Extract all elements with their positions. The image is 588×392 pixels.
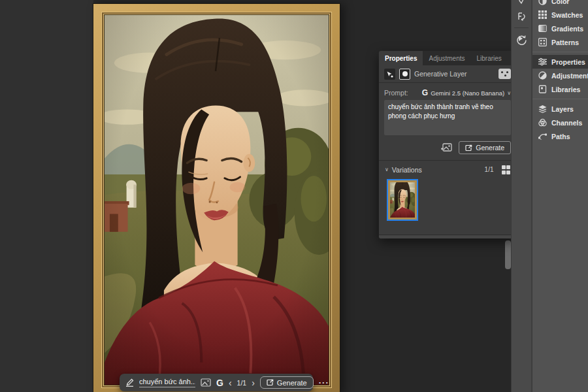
model-selector[interactable]: G Gemini 2.5 (Nano Banana) ∨ [422, 88, 511, 97]
variations-dice-icon[interactable] [498, 69, 511, 79]
dock-item-channels[interactable]: Channels [532, 116, 588, 129]
dock-item-gradients[interactable]: Gradients [532, 22, 588, 35]
taskbar-reference-image-icon[interactable] [201, 378, 211, 387]
generative-layer-label: Generative Layer [414, 70, 467, 78]
properties-icon [538, 57, 547, 66]
google-g-icon: G [422, 88, 428, 97]
variations-label: Variations [392, 166, 422, 174]
dock-item-layers[interactable]: Layers [532, 102, 588, 116]
taskbar-generate-icon [267, 379, 274, 386]
tab-properties[interactable]: Properties [379, 51, 423, 65]
previous-variation-icon[interactable]: ‹ [229, 378, 232, 387]
portrait-painting [105, 15, 329, 385]
variations-count: 1/1 [485, 166, 494, 173]
tab-adjustments[interactable]: Adjustments [423, 51, 470, 65]
swatches-icon [538, 10, 547, 19]
strip-divider [514, 27, 529, 28]
canvas-pasteboard-left [0, 0, 93, 392]
paths-icon [538, 132, 547, 140]
generative-layer-row: Generative Layer [379, 65, 516, 83]
canvas-vertical-scrollbar[interactable] [505, 240, 511, 269]
properties-panel: Properties Adjustments Libraries » ≡ Gen… [379, 51, 516, 238]
layer-mask-icon[interactable] [399, 69, 410, 80]
snapshot-panel-icon[interactable] [515, 10, 527, 22]
dock-item-swatches[interactable]: Swatches [532, 8, 588, 22]
collapsed-panels-strip [511, 0, 532, 392]
libraries-icon [538, 85, 547, 93]
grid-view-icon[interactable] [502, 165, 511, 174]
variation-thumbnail-selected[interactable] [387, 179, 418, 221]
dock-item-libraries[interactable]: Libraries [532, 82, 588, 96]
dock-item-patterns[interactable]: Patterns [532, 35, 588, 49]
taskbar-google-g-icon: G [216, 378, 223, 388]
prompt-edit-icon [125, 378, 134, 387]
reference-image-icon[interactable] [441, 143, 452, 152]
model-name: Gemini 2.5 (Nano Banana) [431, 90, 504, 97]
gradients-icon [538, 24, 547, 33]
layers-icon [538, 105, 547, 113]
panel-dock: Color Swatches Gradients Patterns Proper… [532, 0, 588, 392]
dock-divider [532, 99, 588, 99]
dock-item-adjustments[interactable]: Adjustments [532, 69, 588, 82]
more-options-icon[interactable]: ··· [319, 378, 329, 387]
picture-frame [101, 12, 332, 388]
dock-item-color[interactable]: Color [532, 0, 588, 8]
variation-thumbnail-art [390, 182, 415, 218]
generate-button[interactable]: Generate [459, 141, 511, 154]
cropped-panel-icon[interactable] [515, 0, 527, 5]
dock-divider [532, 52, 588, 52]
panel-divider [379, 160, 516, 161]
channels-icon [538, 118, 547, 127]
taskbar-prompt-input[interactable] [139, 378, 195, 387]
generate-icon [465, 144, 472, 152]
contextual-task-bar: G ‹ 1/1 › Generate ··· [120, 374, 313, 391]
patterns-icon [538, 38, 547, 46]
variations-chevron-icon[interactable]: ∨ [385, 167, 389, 172]
history-panel-icon[interactable] [515, 33, 527, 45]
dock-item-paths[interactable]: Paths [532, 129, 588, 143]
panel-resize-edge[interactable] [379, 235, 516, 238]
color-icon [538, 0, 547, 5]
adjustments-icon [538, 71, 547, 80]
next-variation-icon[interactable]: › [252, 378, 255, 387]
dock-item-properties[interactable]: Properties [532, 55, 588, 69]
tab-libraries[interactable]: Libraries [471, 51, 508, 65]
prompt-input[interactable]: chuyển bức ảnh thành tranh vẽ theo phong… [384, 100, 511, 135]
canvas-document-framed-portrait[interactable] [93, 4, 340, 392]
transform-arrow-icon[interactable] [384, 69, 395, 80]
variation-counter: 1/1 [237, 379, 247, 387]
prompt-label: Prompt: [384, 89, 408, 97]
panel-tabbar: Properties Adjustments Libraries » ≡ [379, 51, 516, 65]
taskbar-generate-button[interactable]: Generate [260, 376, 314, 389]
